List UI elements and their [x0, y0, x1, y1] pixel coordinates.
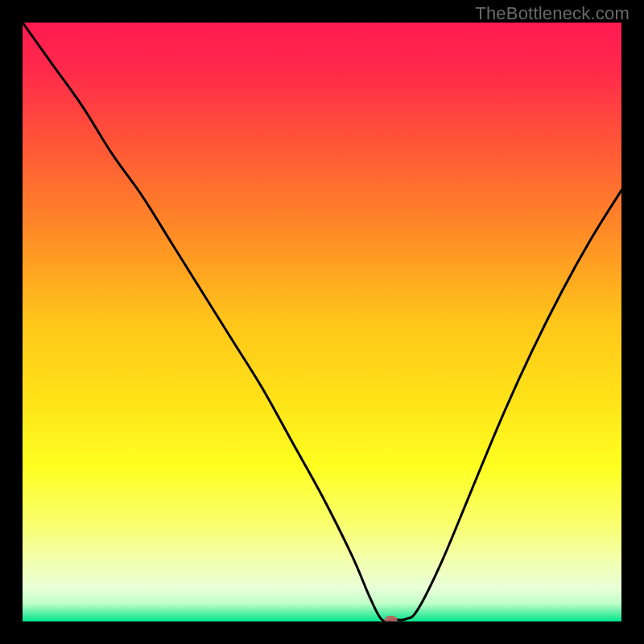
optimal-point-marker [385, 616, 398, 624]
bottleneck-chart [0, 0, 644, 644]
plot-background [23, 23, 621, 621]
chart-container: { "watermark": "TheBottleneck.com", "cha… [0, 0, 644, 644]
watermark-label: TheBottleneck.com [475, 3, 630, 24]
